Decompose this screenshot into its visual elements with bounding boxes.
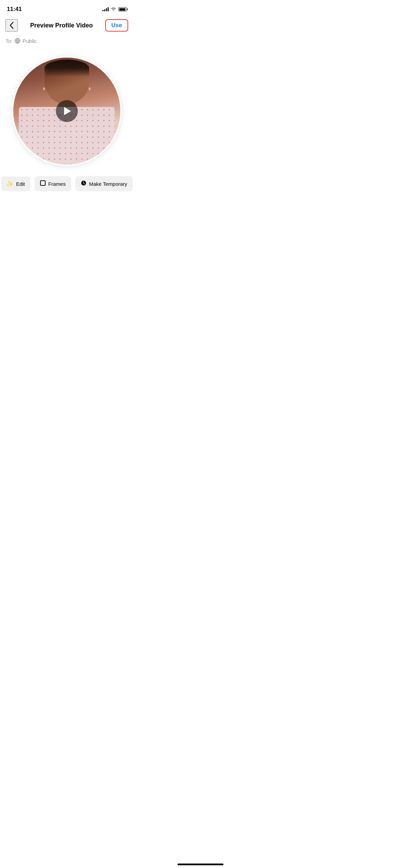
use-button[interactable]: Use <box>105 19 128 32</box>
clock-icon <box>81 180 86 187</box>
frames-label: Frames <box>48 181 66 187</box>
hair <box>45 60 89 77</box>
action-buttons-row: ✨ Edit Frames Make Temporary <box>0 176 134 200</box>
profile-video-circle[interactable] <box>12 56 122 166</box>
make-temporary-label: Make Temporary <box>89 181 127 187</box>
status-icons <box>102 7 127 11</box>
svg-rect-1 <box>40 181 45 185</box>
edit-button[interactable]: ✨ Edit <box>1 177 31 191</box>
frames-icon <box>40 180 46 187</box>
audience-row: To: Public <box>0 36 134 49</box>
back-button[interactable] <box>5 19 18 32</box>
video-container <box>0 49 134 176</box>
status-time: 11:41 <box>7 6 22 13</box>
audience-to-label: To: <box>5 38 12 44</box>
play-triangle-icon <box>64 107 71 115</box>
edit-icon: ✨ <box>7 181 13 187</box>
battery-icon <box>118 7 127 11</box>
make-temporary-button[interactable]: Make Temporary <box>75 176 133 191</box>
status-bar: 11:41 <box>0 0 134 16</box>
nav-bar: Preview Profile Video Use <box>0 16 134 36</box>
page-title: Preview Profile Video <box>18 22 105 29</box>
back-chevron-icon <box>10 22 14 29</box>
frames-button[interactable]: Frames <box>35 176 71 191</box>
globe-icon <box>14 38 21 44</box>
wifi-icon <box>111 7 116 11</box>
earring-right <box>89 87 90 90</box>
edit-label: Edit <box>16 181 25 187</box>
signal-icon <box>102 7 109 11</box>
audience-value: Public <box>23 38 37 44</box>
play-button[interactable] <box>56 100 78 122</box>
